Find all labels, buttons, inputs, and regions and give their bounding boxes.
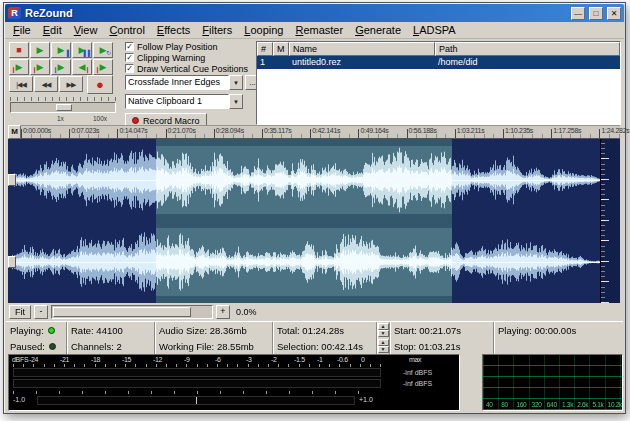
stop-icon: ■ [16, 46, 21, 55]
start-spinner[interactable]: ▲ ▼ [376, 322, 389, 338]
crossfade-edges-dropdown[interactable]: Crossfade Inner Edges ▼ [125, 75, 243, 90]
play-selection-loop-button[interactable]: ▶▐▐ [72, 42, 92, 58]
checkbox-icon: ✓ [125, 53, 134, 62]
play-sel-from-cursor-button[interactable]: ▶❙ [51, 59, 71, 75]
transport-row-2: ▶❙▶❙▶❙◀❙▶❙ [9, 59, 123, 75]
menu-item-filters[interactable]: Filters [196, 23, 238, 37]
clipboard-value: Native Clipboard 1 [125, 94, 229, 109]
minimize-button[interactable]: — [571, 7, 585, 20]
menu-item-control[interactable]: Control [103, 23, 150, 37]
close-button[interactable]: ✕ [607, 7, 621, 20]
menu-item-remaster[interactable]: Remaster [289, 23, 349, 37]
menu-item-ladspa[interactable]: LADSPA [407, 23, 462, 37]
play-selection-button[interactable]: ▶▐ [51, 42, 71, 58]
maximize-button[interactable]: □ [589, 7, 603, 20]
stop-spinner[interactable]: ▲ ▼ [376, 338, 389, 354]
file-list-row[interactable]: 1untitled0.rez/home/did [257, 56, 620, 69]
ruler-time-label: 0:14.047s [119, 127, 147, 134]
file-list-header-name[interactable]: Name [289, 42, 435, 56]
shuttle-thumb[interactable] [56, 104, 72, 111]
meter-scale-label: -15 [122, 356, 131, 363]
chevron-down-icon[interactable]: ▼ [229, 75, 243, 90]
ruler-mode-button[interactable]: M [8, 125, 21, 139]
horizontal-scrollbar[interactable] [51, 305, 213, 319]
zoom-in-button[interactable]: + [216, 305, 230, 319]
record-button[interactable]: ● [87, 75, 113, 94]
meter-scale-label: -18 [91, 356, 100, 363]
record-icon: ● [96, 78, 104, 91]
spectrum-freq-label: 320 [532, 401, 542, 408]
title-bar[interactable]: R ReZound — □ ✕ [5, 4, 624, 22]
file-list-header-path[interactable]: Path [435, 42, 620, 56]
file-cell: /home/did [435, 56, 620, 69]
play-right-edge-button[interactable]: ▶❙ [93, 59, 113, 75]
channel-2-handle[interactable] [8, 256, 16, 268]
menu-item-edit[interactable]: Edit [37, 23, 68, 37]
menu-item-generate[interactable]: Generate [349, 23, 407, 37]
spinner-up-icon[interactable]: ▲ [378, 323, 389, 330]
rezound-window: R ReZound — □ ✕ FileEditViewControlEffec… [3, 2, 626, 414]
menu-item-file[interactable]: File [7, 23, 37, 37]
file-list-header-m[interactable]: M [273, 42, 289, 56]
channels-value: Channels: 2 [66, 338, 154, 354]
spinner-down-icon[interactable]: ▼ [378, 346, 389, 353]
spectrum-freq-label: 80 [501, 401, 508, 408]
file-list-body: 1untitled0.rez/home/did [257, 56, 620, 69]
zoom-fit-button[interactable]: Fit [9, 305, 31, 319]
menu-item-looping[interactable]: Looping [238, 23, 289, 37]
play-from-cursor-button[interactable]: ▶❙ [30, 59, 50, 75]
window-title: ReZound [25, 7, 567, 19]
play-from-start-button[interactable]: ▶❙ [9, 59, 29, 75]
clipboard-dropdown[interactable]: Native Clipboard 1 ▼ [125, 94, 243, 109]
paused-state-label: Paused: [6, 338, 66, 354]
status-spacer [493, 338, 623, 354]
status-row-1: Playing: Rate: 44100 Audio Size: 28.36mb… [6, 322, 623, 338]
crossfade-edges-value: Crossfade Inner Edges [125, 75, 229, 90]
rate-value: Rate: 44100 [66, 322, 154, 338]
meter-scale-label: -24 [29, 356, 38, 363]
play-left-edge-button[interactable]: ◀❙ [72, 59, 92, 75]
ruler-time-label: 0:00.000s [23, 127, 51, 134]
checkbox-clipping-warning[interactable]: ✓Clipping Warning [125, 52, 255, 63]
file-list-header-num[interactable]: # [257, 42, 273, 56]
time-ruler: 0:00.000s0:07.023s0:14.047s0:21.070s0:28… [21, 125, 620, 139]
level-meter-left [13, 368, 381, 377]
play-from-cursor-icon: ▶ [37, 63, 44, 72]
shuttle-slider[interactable] [10, 102, 116, 113]
waveform-view[interactable] [8, 139, 600, 303]
playing-led [48, 327, 55, 334]
stop-button[interactable]: ■ [9, 42, 29, 58]
play-loop-badge-icon: ↻ [106, 50, 111, 56]
total-time-value: Total: 01:24.28s [272, 322, 376, 338]
ruler-time-label: 0:42.141s [312, 127, 340, 134]
spectrum-freq-label: 10.2k [608, 401, 622, 408]
meter-scale-label: -12 [153, 356, 162, 363]
zoom-value: 0.0% [236, 307, 257, 317]
checkbox-follow-play-position[interactable]: ✓Follow Play Position [125, 41, 255, 52]
jump-back-button[interactable]: ◀◀ [34, 76, 58, 92]
play-left-edge-badge-icon: ❙ [85, 67, 90, 73]
file-cell: untitled0.rez [289, 56, 435, 69]
menu-bar: FileEditViewControlEffectsFiltersLooping… [5, 22, 624, 39]
spinner-down-icon[interactable]: ▼ [378, 330, 389, 337]
waveform-canvas[interactable] [8, 139, 600, 303]
menu-item-view[interactable]: View [68, 23, 104, 37]
scrollbar-thumb[interactable] [53, 307, 191, 317]
spectrum-freq-label: 160 [516, 401, 526, 408]
jump-forward-button[interactable]: ▶▶ [59, 76, 83, 92]
balance-min-label: -1.0 [13, 396, 25, 403]
checkbox-draw-vertical-cue-positions[interactable]: ✓Draw Vertical Cue Positions [125, 63, 255, 74]
zoom-out-button[interactable]: - [34, 305, 48, 319]
channel-1-handle[interactable] [8, 174, 16, 186]
jump-to-start-button[interactable]: |◀◀ [9, 76, 33, 92]
play-all-button[interactable]: ▶ [30, 42, 50, 58]
working-file-value: Working File: 28.55mb [154, 338, 272, 354]
chevron-down-icon[interactable]: ▼ [229, 94, 243, 109]
spinner-up-icon[interactable]: ▲ [378, 339, 389, 346]
peak-level-right: -inf dBFS [403, 380, 432, 387]
menu-item-effects[interactable]: Effects [151, 23, 196, 37]
play-loop-button[interactable]: ▶↻ [93, 42, 113, 58]
balance-tick-ruler [13, 391, 381, 394]
play-right-edge-badge-icon: ❙ [95, 67, 100, 73]
transport-row-1: ■▶▶▐▶▐▐▶↻ [9, 42, 123, 58]
